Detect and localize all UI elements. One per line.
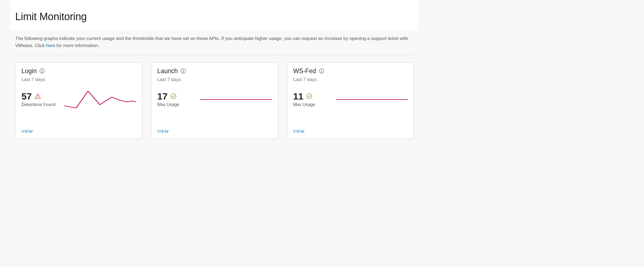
card-launch: Launch Last 7 days 17 — [151, 62, 278, 139]
cards-row: Login Last 7 days 57 — [15, 62, 414, 139]
sparkline-chart — [336, 89, 408, 110]
info-icon[interactable] — [39, 68, 45, 74]
card-wsfed: WS-Fed Last 7 days 11 — [287, 62, 414, 139]
check-circle-icon — [170, 93, 177, 100]
intro-link-here[interactable]: here — [46, 43, 55, 48]
page-intro: The following graphs indicate your curre… — [15, 35, 414, 49]
divider — [15, 55, 414, 55]
page-title: Limit Monitoring — [15, 11, 414, 23]
card-login: Login Last 7 days 57 — [15, 62, 142, 139]
card-title: Login — [21, 67, 37, 75]
metric-label: Max Usage — [157, 102, 195, 107]
info-icon[interactable] — [319, 68, 324, 74]
metric-label: Detections Found — [21, 102, 59, 107]
view-link[interactable]: VIEW — [157, 129, 169, 134]
metric-value: 57 — [21, 92, 32, 101]
card-title: WS-Fed — [293, 67, 316, 75]
intro-text-suffix: for more information. — [55, 43, 99, 48]
svg-point-5 — [183, 70, 184, 70]
svg-point-9 — [321, 70, 322, 70]
info-icon[interactable] — [181, 68, 186, 74]
card-subtitle: Last 7 days — [21, 77, 136, 82]
metric-value: 17 — [157, 92, 168, 101]
sparkline-chart — [200, 89, 272, 110]
page-header: Limit Monitoring — [11, 0, 419, 30]
sparkline-chart — [64, 89, 136, 110]
card-title: Launch — [157, 67, 178, 75]
svg-point-3 — [37, 98, 38, 98]
check-circle-icon — [306, 93, 312, 100]
svg-point-1 — [42, 70, 42, 70]
warning-icon — [34, 93, 41, 100]
svg-point-10 — [307, 94, 312, 99]
card-subtitle: Last 7 days — [157, 77, 272, 82]
card-subtitle: Last 7 days — [293, 77, 408, 82]
metric-value: 11 — [293, 92, 304, 101]
svg-point-6 — [171, 94, 176, 99]
view-link[interactable]: VIEW — [21, 129, 33, 134]
view-link[interactable]: VIEW — [293, 129, 305, 134]
metric-label: Max Usage — [293, 102, 331, 107]
